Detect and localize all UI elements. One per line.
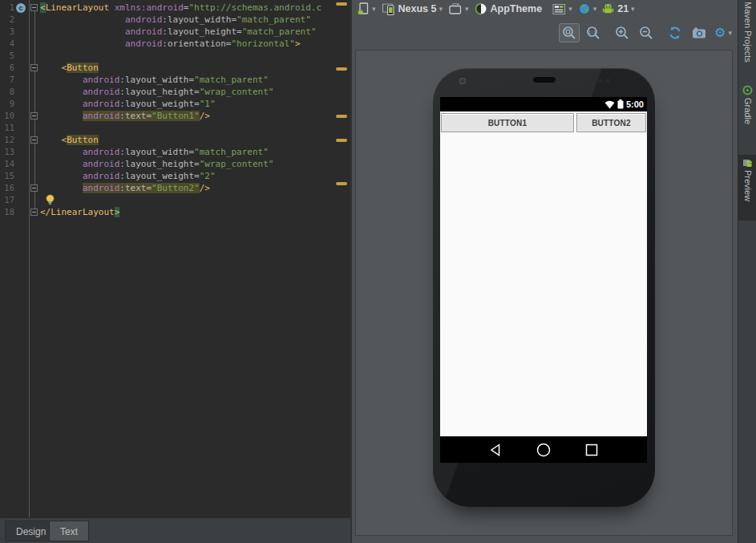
fold-marker[interactable]: [30, 209, 38, 216]
preview-button2[interactable]: BUTTON2: [576, 113, 646, 132]
code-line[interactable]: 7 android:layout_width="match_parent": [0, 74, 350, 86]
xml-editor[interactable]: 1c<LinearLayout xmlns:android="http://sc…: [0, 0, 350, 517]
chevron-down-icon: ▾: [372, 5, 376, 13]
preview-tab-label: Preview: [743, 170, 753, 201]
locale-globe-icon: [578, 2, 591, 15]
svg-text:1:1: 1:1: [588, 30, 596, 34]
line-number: 12: [0, 134, 14, 146]
chevron-down-icon: ▾: [568, 5, 572, 13]
code-line[interactable]: 4 android:orientation="horizontal">: [0, 38, 350, 50]
code-line[interactable]: 15 android:layout_weight="2": [0, 170, 350, 182]
api-level-selector[interactable]: 21 ▾: [602, 2, 634, 15]
refresh-button[interactable]: [665, 23, 685, 43]
wifi-icon: [604, 100, 615, 109]
toolwindow-gradle[interactable]: Gradle: [738, 85, 756, 124]
warning-stripe-mark[interactable]: [336, 139, 347, 142]
gear-icon: ⚙: [714, 26, 726, 39]
chevron-down-icon: ▾: [631, 5, 635, 13]
gradle-tab-label: Gradle: [743, 98, 753, 124]
context-gutter-icon[interactable]: c: [16, 3, 26, 13]
line-number: 6: [0, 62, 14, 74]
layout-config-icon: [357, 2, 370, 16]
fold-marker[interactable]: [30, 112, 38, 120]
code-line[interactable]: 13 android:layout_width="match_parent": [0, 146, 350, 158]
locale-selector[interactable]: ▾: [578, 2, 597, 15]
activity-selector-icon: [552, 3, 566, 15]
device-screen[interactable]: 5:00 BUTTON1 BUTTON2: [440, 97, 647, 463]
warning-stripe-mark[interactable]: [336, 115, 347, 118]
api-level-label: 21: [617, 3, 629, 14]
recents-icon[interactable]: [584, 442, 600, 458]
code-line[interactable]: 11: [0, 122, 350, 134]
orientation-button[interactable]: ▾: [448, 2, 469, 15]
maven-tab-label: Maven Projects: [743, 2, 753, 63]
code-area[interactable]: 1c<LinearLayout xmlns:android="http://sc…: [0, 2, 350, 218]
zoom-to-fit-button[interactable]: [559, 23, 580, 43]
home-icon[interactable]: [536, 442, 552, 458]
warning-stripe-mark[interactable]: [336, 2, 347, 6]
line-number: 13: [0, 146, 14, 158]
intention-bulb-icon[interactable]: [45, 194, 55, 205]
device-label: Nexus 5: [398, 3, 437, 14]
code-line[interactable]: 12 <Button: [0, 134, 350, 146]
tab-text[interactable]: Text: [49, 521, 89, 541]
line-number: 15: [0, 170, 14, 182]
front-camera-dot: [459, 78, 466, 84]
device-selector[interactable]: Nexus 5 ▾: [382, 2, 443, 15]
preview-config-toolbar: ▾ Nexus 5 ▾ ▾: [352, 0, 738, 18]
code-line[interactable]: 6 <Button: [0, 62, 350, 74]
warning-stripe-mark[interactable]: [336, 182, 347, 185]
warning-stripe-mark[interactable]: [336, 67, 347, 71]
theme-label: AppTheme: [491, 3, 543, 14]
line-number: 10: [0, 110, 14, 122]
nav-bar: [440, 436, 647, 463]
zoom-out-icon: [639, 26, 653, 40]
fold-marker[interactable]: [30, 184, 38, 192]
line-number: 8: [0, 86, 14, 98]
preview-tab-icon: [742, 157, 753, 168]
zoom-actual-button[interactable]: 1:1: [583, 23, 604, 43]
code-line[interactable]: 8 android:layout_height="wrap_content": [0, 86, 350, 98]
theme-selector[interactable]: AppTheme: [475, 2, 543, 15]
status-time: 5:00: [626, 99, 644, 109]
preview-zoom-toolbar: 1:1: [352, 21, 734, 45]
code-line[interactable]: 1c<LinearLayout xmlns:android="http://sc…: [0, 2, 350, 14]
toolwindow-maven-projects[interactable]: Maven Projects: [738, 2, 756, 63]
preview-canvas[interactable]: 5:00 BUTTON1 BUTTON2: [355, 50, 733, 536]
code-line[interactable]: 5: [0, 50, 350, 62]
gradle-icon: [742, 85, 753, 95]
code-line[interactable]: 9 android:layout_weight="1": [0, 98, 350, 110]
line-number: 1: [0, 2, 14, 14]
activity-selector[interactable]: ▾: [552, 3, 572, 15]
line-number: 5: [0, 50, 14, 62]
line-number: 14: [0, 158, 14, 170]
preview-panel: ▾ Nexus 5 ▾ ▾: [350, 0, 738, 543]
code-line[interactable]: 16 android:text="Button2"/>: [0, 182, 350, 194]
layout-config-button[interactable]: ▾: [357, 2, 376, 16]
code-line[interactable]: 10 android:text="Button1"/>: [0, 110, 350, 122]
zoom-to-fit-icon: [562, 26, 576, 40]
chevron-down-icon: ▾: [728, 29, 732, 37]
fold-marker[interactable]: [30, 4, 38, 11]
code-line[interactable]: 3 android:layout_height="match_parent": [0, 26, 350, 38]
fold-marker[interactable]: [30, 64, 38, 71]
screenshot-button[interactable]: [689, 23, 710, 43]
zoom-in-button[interactable]: [612, 23, 633, 43]
code-line[interactable]: 14 android:layout_height="wrap_content": [0, 158, 350, 170]
line-number: 9: [0, 98, 14, 110]
code-line[interactable]: 2 android:layout_width="match_parent": [0, 14, 350, 26]
editor-mode-tabs: Design Text: [0, 517, 350, 543]
line-number: 4: [0, 38, 14, 50]
code-line[interactable]: 18</LinearLayout>: [0, 206, 350, 218]
button-row: BUTTON1 BUTTON2: [440, 111, 647, 132]
zoom-out-button[interactable]: [636, 23, 657, 43]
preview-settings-button[interactable]: ⚙ ▾: [713, 23, 734, 43]
toolwindow-preview[interactable]: Preview: [738, 155, 756, 221]
chevron-down-icon: ▾: [439, 5, 443, 13]
android-studio-window: 1c<LinearLayout xmlns:android="http://sc…: [0, 0, 756, 543]
device-mockup: 5:00 BUTTON1 BUTTON2: [433, 68, 655, 507]
preview-button1[interactable]: BUTTON1: [441, 113, 574, 132]
fold-marker[interactable]: [30, 136, 38, 144]
back-icon[interactable]: [487, 442, 503, 458]
line-number: 3: [0, 26, 14, 38]
